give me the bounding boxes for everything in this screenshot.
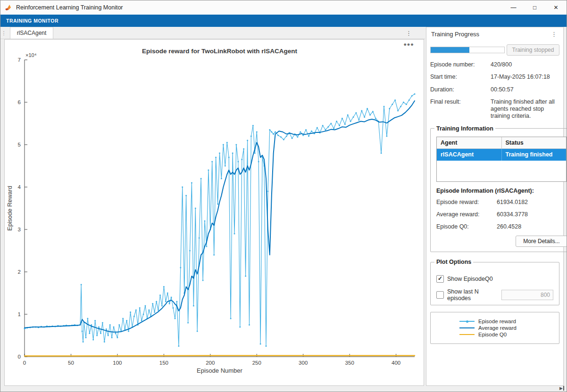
table-row[interactable]: rlSACAgent Training finished: [437, 149, 566, 161]
svg-text:350: 350: [345, 360, 354, 366]
svg-text:300: 300: [299, 360, 308, 366]
table-header-row: Agent Status: [437, 137, 566, 149]
tab-rlsacagent[interactable]: rlSACAgent: [10, 27, 53, 39]
field-label: Start time:: [430, 74, 491, 81]
field-value: 260.4528: [497, 223, 567, 230]
training-stopped-button: Training stopped: [507, 44, 559, 56]
svg-text:0: 0: [23, 360, 26, 366]
close-icon[interactable]: ✕: [545, 0, 567, 15]
legend-marker-dot: [466, 320, 468, 323]
field-label: Episode reward:: [436, 199, 497, 206]
average-reward-row: Average reward: 60334.3778: [436, 211, 567, 218]
field-label: Average reward:: [436, 211, 497, 218]
svg-text:200: 200: [206, 360, 215, 366]
ribbon: TRAINING MONITOR: [0, 15, 567, 27]
tab-label: rlSACAgent: [17, 30, 47, 36]
minimize-icon[interactable]: —: [503, 0, 524, 15]
episode-information-title: Episode Information (rlSACAgent):: [436, 188, 567, 194]
show-last-n-checkbox[interactable]: [436, 291, 444, 299]
legend-label: Episode reward: [478, 318, 516, 324]
show-episodeq0-checkbox[interactable]: ✓: [436, 275, 444, 283]
episode-q0-row: Episode Q0: 260.4528: [436, 223, 567, 230]
legend-item-episode-reward: Episode reward: [459, 318, 530, 325]
svg-text:250: 250: [252, 360, 261, 366]
legend-item-episode-q0: Episode Q0: [459, 331, 530, 338]
svg-text:7: 7: [18, 57, 21, 63]
field-label: Final result:: [430, 98, 491, 120]
field-value: Training finished after all agents reach…: [491, 98, 559, 120]
plot-panel: ••• Episode reward for TwoLinkRobot with…: [4, 39, 424, 386]
svg-text:4: 4: [18, 184, 21, 190]
agent-status-table: Agent Status rlSACAgent Training finishe…: [436, 137, 567, 182]
episode-number-row: Episode number: 420/800: [430, 61, 559, 68]
svg-text:50: 50: [68, 360, 74, 366]
svg-text:Episode Reward: Episode Reward: [6, 186, 13, 230]
progress-fill: [431, 47, 469, 53]
legend-line-sample: [459, 327, 475, 328]
legend-item-average-reward: Average reward: [459, 325, 530, 331]
panel-grip-icon[interactable]: ⋮: [0, 30, 7, 39]
field-label: Episode Q0:: [436, 223, 497, 230]
panel-kebab-icon[interactable]: ⋮: [550, 31, 559, 38]
svg-text:100: 100: [113, 360, 122, 366]
column-header-status[interactable]: Status: [502, 137, 567, 148]
group-title: Plot Options: [434, 259, 473, 265]
agent-cell: rlSACAgent: [437, 149, 502, 161]
collapse-panel-icon[interactable]: ▶: [559, 386, 564, 391]
field-value: 420/800: [491, 61, 559, 68]
svg-text:400: 400: [392, 360, 400, 366]
field-value: 61934.0182: [497, 199, 567, 206]
field-value: 00:50:57: [491, 86, 559, 93]
svg-text:2: 2: [18, 269, 21, 275]
column-header-agent[interactable]: Agent: [437, 137, 502, 148]
svg-text:Episode Number: Episode Number: [197, 367, 242, 374]
training-progress-panel: Training Progress ⋮ Training stopped Epi…: [426, 27, 564, 386]
svg-text:×10⁴: ×10⁴: [25, 52, 37, 58]
episode-reward-row: Episode reward: 61934.0182: [436, 199, 567, 206]
tab-training-monitor[interactable]: TRAINING MONITOR: [0, 18, 64, 24]
duration-row: Duration: 00:50:57: [430, 86, 559, 93]
matlab-logo-icon: [5, 4, 12, 11]
last-n-episodes-input[interactable]: [501, 290, 553, 300]
training-information-group: Training Information Agent Status rlSACA…: [430, 125, 567, 253]
svg-text:1: 1: [18, 311, 21, 317]
svg-text:6: 6: [18, 99, 21, 105]
legend-label: Episode Q0: [478, 332, 507, 337]
plot-options-group: Plot Options ✓ Show EpisodeQ0 Show last …: [430, 259, 559, 305]
svg-text:3: 3: [18, 227, 21, 232]
final-result-row: Final result: Training finished after al…: [430, 98, 559, 120]
status-cell: Training finished: [502, 149, 567, 161]
field-value: 17-May-2025 16:07:18: [491, 74, 559, 81]
start-time-row: Start time: 17-May-2025 16:07:18: [430, 74, 559, 81]
panel-title: Training Progress: [431, 31, 479, 38]
field-label: Episode number:: [430, 61, 491, 68]
svg-text:Episode reward for TwoLinkRobo: Episode reward for TwoLinkRobot with rlS…: [142, 48, 298, 55]
field-label: Duration:: [430, 86, 491, 93]
svg-text:0: 0: [18, 354, 21, 359]
maximize-icon[interactable]: □: [524, 0, 545, 15]
legend-label: Average reward: [478, 325, 517, 331]
group-title: Training Information: [434, 125, 495, 132]
tabstrip-kebab-icon[interactable]: ⋮: [403, 29, 415, 38]
app-window: Reinforcement Learning Training Monitor …: [0, 0, 567, 392]
svg-text:5: 5: [18, 142, 21, 147]
svg-text:150: 150: [159, 360, 168, 366]
field-value: 60334.3778: [497, 211, 567, 218]
checkbox-label[interactable]: Show EpisodeQ0: [447, 276, 493, 282]
show-episodeq0-row: ✓ Show EpisodeQ0: [436, 274, 553, 284]
document-tab-strip: ⋮ rlSACAgent ⋮: [0, 27, 425, 39]
window-title: Reinforcement Learning Training Monitor: [16, 4, 123, 11]
reward-chart[interactable]: Episode reward for TwoLinkRobot with rlS…: [6, 40, 423, 382]
legend-line-sample: [459, 334, 475, 335]
training-progress-bar: [430, 47, 505, 53]
legend-line-sample: [459, 321, 475, 322]
chart-legend: Episode reward Average reward Episode Q0: [430, 312, 559, 344]
show-last-n-row: Show last N episodes: [436, 290, 553, 300]
checkbox-label[interactable]: Show last N episodes: [447, 288, 501, 302]
title-bar: Reinforcement Learning Training Monitor …: [0, 0, 567, 15]
more-details-button[interactable]: More Details...: [516, 236, 567, 247]
